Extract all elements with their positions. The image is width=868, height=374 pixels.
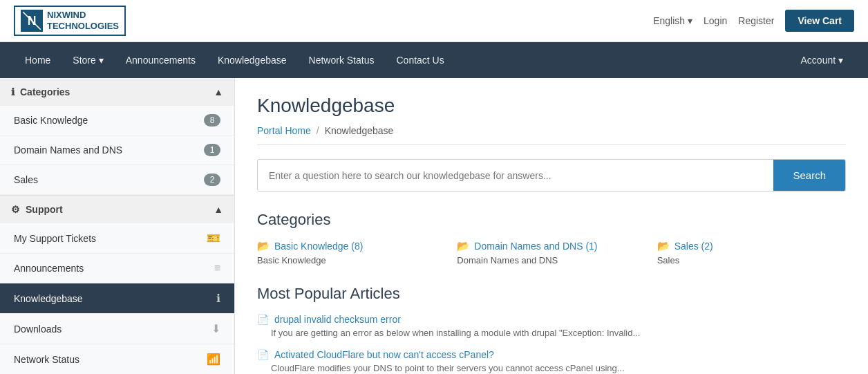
category-sales-desc: Sales	[657, 255, 846, 265]
info-icon: ℹ	[11, 86, 15, 97]
article-link-drupal[interactable]: 📄 drupal invalid checksum error	[257, 314, 846, 325]
nav-right: Account ▾	[790, 42, 854, 78]
nav-item-network-status[interactable]: Network Status	[298, 42, 386, 78]
basic-knowledge-badge: 8	[204, 114, 220, 127]
sidebar-item-network-status[interactable]: Network Status 📶	[0, 344, 234, 374]
tickets-label: My Support Tickets	[14, 233, 96, 244]
folder-icon: 📂	[457, 240, 470, 252]
register-link[interactable]: Register	[738, 15, 774, 26]
article-drupal-title: drupal invalid checksum error	[274, 314, 401, 325]
category-basic-desc: Basic Knowledge	[257, 255, 446, 265]
breadcrumb-portal-home[interactable]: Portal Home	[257, 125, 311, 136]
chevron-down-icon: ▾	[99, 55, 104, 66]
top-right-nav: English ▾ Login Register View Cart	[653, 10, 854, 32]
nav-item-announcements[interactable]: Announcements	[115, 42, 207, 78]
language-label: English	[653, 15, 685, 26]
sidebar-item-downloads[interactable]: Downloads ⬇	[0, 314, 234, 344]
chevron-down-icon: ▾	[838, 55, 843, 66]
breadcrumb-separator: /	[317, 125, 319, 136]
category-basic-label: Basic Knowledge (8)	[274, 241, 363, 252]
breadcrumb-knowledgebase: Knowledgebase	[325, 125, 394, 136]
sidebar-categories-section: ℹ Categories ▲ Basic Knowledge 8 Domain …	[0, 78, 234, 196]
sidebar-item-knowledgebase[interactable]: Knowledgebase ℹ	[0, 283, 234, 314]
logo-box: N NIXWIND TECHNOLOGIES	[14, 6, 126, 36]
popular-articles-title: Most Popular Articles	[257, 285, 846, 303]
article-icon: 📄	[257, 314, 269, 325]
support-label: Support	[26, 204, 63, 215]
category-link-domain[interactable]: 📂 Domain Names and DNS (1)	[457, 240, 645, 252]
sales-label: Sales	[14, 174, 38, 185]
sidebar-categories-header: ℹ Categories ▲	[0, 78, 234, 106]
basic-knowledge-label: Basic Knowledge	[14, 115, 88, 126]
search-bar: Search	[257, 159, 846, 191]
page-title: Knowledgebase	[257, 95, 846, 117]
sidebar-support-section: ⚙ Support ▲ My Support Tickets 🎫 Announc…	[0, 196, 234, 374]
logo-text: NIXWIND TECHNOLOGIES	[47, 10, 119, 31]
chevron-up-icon: ▲	[214, 86, 223, 97]
article-cloudflare-desc: CloudFlare modifies your DNS to point to…	[257, 363, 846, 373]
chevron-down-icon: ▾	[688, 15, 692, 26]
article-item-drupal: 📄 drupal invalid checksum error If you a…	[257, 314, 846, 338]
logo-line1: NIXWIND	[47, 10, 119, 21]
category-sales-label: Sales (2)	[674, 241, 713, 252]
category-card-domain: 📂 Domain Names and DNS (1) Domain Names …	[457, 240, 645, 265]
categories-section-title: Categories	[257, 211, 846, 229]
category-link-basic[interactable]: 📂 Basic Knowledge (8)	[257, 240, 446, 252]
nav-item-account[interactable]: Account ▾	[790, 42, 854, 78]
search-input[interactable]	[258, 160, 773, 191]
main-nav: Home Store ▾ Announcements Knowledgebase…	[0, 42, 868, 78]
nav-item-home[interactable]: Home	[14, 42, 62, 78]
domain-names-badge: 1	[204, 144, 220, 156]
view-cart-button[interactable]: View Cart	[785, 10, 854, 32]
main-layout: ℹ Categories ▲ Basic Knowledge 8 Domain …	[0, 78, 868, 374]
breadcrumb: Portal Home / Knowledgebase	[257, 125, 846, 145]
category-card-sales: 📂 Sales (2) Sales	[657, 240, 846, 265]
sidebar: ℹ Categories ▲ Basic Knowledge 8 Domain …	[0, 78, 235, 374]
sidebar-item-announcements[interactable]: Announcements ≡	[0, 254, 234, 283]
gear-icon: ⚙	[11, 204, 20, 215]
sidebar-item-sales[interactable]: Sales 2	[0, 165, 234, 195]
language-selector[interactable]: English ▾	[653, 15, 692, 26]
category-link-sales[interactable]: 📂 Sales (2)	[657, 240, 846, 252]
articles-list: 📄 drupal invalid checksum error If you a…	[257, 314, 846, 373]
article-icon: 📄	[257, 349, 269, 360]
article-drupal-desc: If you are getting an error as below whe…	[257, 328, 846, 338]
list-icon: ≡	[214, 262, 220, 274]
sidebar-support-header: ⚙ Support ▲	[0, 196, 234, 223]
nav-item-store[interactable]: Store ▾	[62, 42, 114, 78]
sidebar-item-tickets[interactable]: My Support Tickets 🎫	[0, 223, 234, 254]
categories-grid: 📂 Basic Knowledge (8) Basic Knowledge 📂 …	[257, 240, 846, 265]
folder-icon: 📂	[657, 240, 670, 252]
info-icon: ℹ	[216, 292, 220, 305]
download-icon: ⬇	[211, 322, 220, 335]
nav-item-knowledgebase[interactable]: Knowledgebase	[207, 42, 298, 78]
category-domain-desc: Domain Names and DNS	[457, 255, 645, 265]
login-link[interactable]: Login	[704, 15, 727, 26]
network-status-label: Network Status	[14, 354, 79, 365]
top-bar: N NIXWIND TECHNOLOGIES English ▾ Login R…	[0, 0, 868, 42]
article-link-cloudflare[interactable]: 📄 Activated CloudFlare but now can't acc…	[257, 349, 846, 360]
article-cloudflare-title: Activated CloudFlare but now can't acces…	[274, 349, 494, 360]
sales-badge: 2	[204, 174, 220, 186]
store-label: Store	[73, 55, 95, 66]
sidebar-item-domain-names[interactable]: Domain Names and DNS 1	[0, 135, 234, 165]
announcements-label: Announcements	[14, 263, 84, 274]
chevron-up-icon: ▲	[214, 204, 223, 215]
downloads-label: Downloads	[14, 324, 62, 335]
logo-icon: N	[21, 10, 43, 32]
sidebar-item-basic-knowledge[interactable]: Basic Knowledge 8	[0, 106, 234, 135]
category-card-basic: 📂 Basic Knowledge (8) Basic Knowledge	[257, 240, 446, 265]
domain-names-label: Domain Names and DNS	[14, 144, 122, 156]
category-domain-label: Domain Names and DNS (1)	[474, 241, 597, 252]
search-button[interactable]: Search	[773, 160, 845, 191]
logo-area: N NIXWIND TECHNOLOGIES	[14, 6, 126, 36]
knowledgebase-label: Knowledgebase	[14, 293, 83, 304]
account-label: Account	[801, 55, 836, 66]
logo-line2: TECHNOLOGIES	[47, 21, 119, 32]
ticket-icon: 🎫	[207, 232, 220, 245]
folder-icon: 📂	[257, 240, 270, 252]
main-content: Knowledgebase Portal Home / Knowledgebas…	[235, 78, 868, 374]
categories-label: Categories	[20, 86, 70, 97]
nav-item-contact[interactable]: Contact Us	[385, 42, 455, 78]
article-item-cloudflare: 📄 Activated CloudFlare but now can't acc…	[257, 349, 846, 373]
